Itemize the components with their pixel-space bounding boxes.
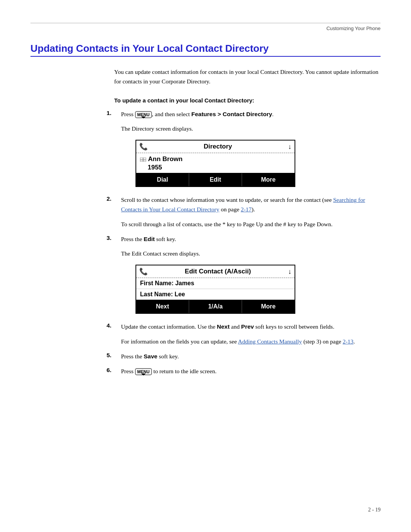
step-3-bold: Edit (143, 236, 155, 242)
directory-contact-row: ⌸⌸ Ann Brown (140, 155, 291, 163)
edit-contact-field-lastname: Last Name: Lee (136, 289, 295, 300)
step-2: 2. Scroll to the contact whose informati… (107, 195, 381, 214)
directory-arrow-icon: ↓ (288, 143, 292, 151)
directory-screen: 📞 Directory ↓ ⌸⌸ Ann Brown 1955 Dial Edi… (135, 140, 295, 187)
header-label: Customizing Your Phone (30, 26, 381, 31)
step-1: 1. Press MENU, and then select Features … (107, 110, 381, 119)
step-6: 6. Press MENU to return to the idle scre… (107, 367, 381, 376)
step-1-note: The Directory screen displays. (121, 124, 381, 134)
step-4: 4. Update the contact information. Use t… (107, 322, 381, 332)
procedure-header-text: To update a contact in your local Contac… (114, 97, 381, 104)
header-rule (30, 23, 381, 23)
step-4-page-link[interactable]: 2-13 (342, 338, 353, 345)
step-1-bold: Features > Contact Directory (191, 111, 272, 117)
phone-icon-directory: 📞 (139, 142, 148, 151)
step-5: 5. Press the Save soft key. (107, 352, 381, 361)
edit-contact-screen-body: First Name: James Last Name: Lee (136, 278, 295, 300)
step-2-note: To scroll through a list of contacts, us… (121, 220, 381, 229)
step-4-content: Update the contact information. Use the … (121, 322, 335, 332)
menu-icon-1: MENU (135, 111, 152, 118)
procedure-header: To update a contact in your local Contac… (114, 97, 381, 104)
step-3-number: 3. (107, 235, 118, 241)
edit-contact-field-firstname: First Name: James (136, 278, 295, 289)
page-number: 2 - 19 (368, 507, 381, 513)
edit-contact-arrow-icon: ↓ (288, 268, 292, 276)
directory-more-button[interactable]: More (242, 173, 295, 186)
step-4-bold-prev: Prev (241, 323, 254, 330)
step-3: 3. Press the Edit soft key. (107, 235, 381, 244)
step-3-content: Press the Edit soft key. (121, 235, 176, 244)
edit-contact-next-button[interactable]: Next (136, 300, 189, 313)
edit-contact-screen-buttons: Next 1/A/a More (136, 300, 295, 313)
directory-screen-buttons: Dial Edit More (136, 173, 295, 186)
directory-screen-body: ⌸⌸ Ann Brown 1955 (136, 153, 295, 173)
step-4-bold-next: Next (217, 323, 230, 330)
directory-screen-title: Directory (148, 143, 288, 150)
step-4-note: For information on the fields you can up… (121, 337, 381, 347)
edit-contact-screen-header: 📞 Edit Contact (A/Ascii) ↓ (136, 265, 295, 278)
step-6-content: Press MENU to return to the idle screen. (121, 367, 217, 376)
phone-icon-edit: 📞 (139, 267, 148, 276)
edit-contact-more-button[interactable]: More (242, 300, 295, 313)
step-5-content: Press the Save soft key. (121, 352, 179, 361)
step-5-number: 5. (107, 352, 118, 359)
directory-edit-button[interactable]: Edit (189, 173, 242, 186)
directory-hash-icon: ⌸⌸ (140, 157, 146, 162)
step-2-page-link[interactable]: 2-17 (241, 206, 252, 212)
directory-dial-button[interactable]: Dial (136, 173, 189, 186)
directory-contact-number: 1955 (148, 164, 291, 171)
step-3-note: The Edit Contact screen displays. (121, 249, 381, 259)
step-5-bold: Save (143, 353, 157, 359)
step-2-number: 2. (107, 195, 118, 202)
edit-contact-mode-button[interactable]: 1/A/a (189, 300, 242, 313)
step-6-number: 6. (107, 367, 118, 374)
menu-icon-6: MENU (135, 368, 152, 375)
page-title: Updating Contacts in Your Local Contact … (30, 43, 381, 57)
intro-text-block: You can update contact information for c… (114, 67, 381, 86)
step-4-link[interactable]: Adding Contacts Manually (238, 338, 302, 345)
directory-screen-header: 📞 Directory ↓ (136, 141, 295, 153)
step-2-content: Scroll to the contact whose information … (121, 195, 381, 214)
step-4-number: 4. (107, 322, 118, 329)
step-1-content: Press MENU, and then select Features > C… (121, 110, 274, 119)
directory-contact-name: Ann Brown (148, 155, 183, 163)
intro-text: You can update contact information for c… (114, 67, 381, 86)
edit-contact-screen-title: Edit Contact (A/Ascii) (148, 268, 288, 275)
edit-contact-screen: 📞 Edit Contact (A/Ascii) ↓ First Name: J… (135, 265, 295, 314)
step-1-number: 1. (107, 110, 118, 117)
